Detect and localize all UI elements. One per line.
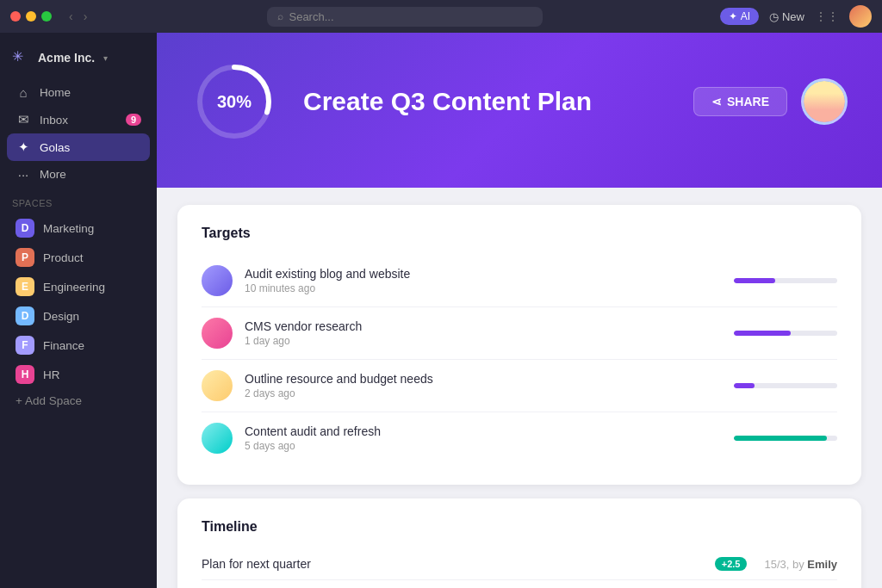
- search-icon: ⌕: [277, 10, 283, 22]
- window-controls: [10, 11, 52, 22]
- nav-arrows: ‹ ›: [65, 8, 90, 25]
- workspace-icon: ✳: [12, 48, 31, 67]
- content-area: 30% Create Q3 Content Plan ⋖ SHARE Targe…: [157, 33, 882, 588]
- target-progress-3: [734, 383, 837, 388]
- workspace-name: Acme Inc.: [38, 51, 95, 65]
- target-name-4: Content audit and refresh: [245, 424, 722, 438]
- share-button[interactable]: ⋖ SHARE: [693, 87, 787, 116]
- timeline-title: Timeline: [202, 519, 837, 535]
- progress-fill-1: [734, 278, 775, 283]
- avatar-face: [804, 81, 845, 122]
- workspace-chevron-icon: ▾: [103, 53, 108, 63]
- timeline-num-1: 15/3: [764, 558, 786, 571]
- design-dot: D: [16, 306, 34, 325]
- spaces-label: Spaces: [0, 188, 157, 214]
- sidebar-item-home[interactable]: ⌂ Home: [7, 79, 150, 106]
- sidebar-item-finance[interactable]: F Finance: [7, 331, 150, 360]
- target-info-1: Audit existing blog and website 10 minut…: [245, 267, 722, 294]
- minimize-button[interactable]: [26, 11, 36, 22]
- user-avatar[interactable]: [849, 5, 872, 28]
- target-avatar-2: [202, 318, 233, 349]
- space-label: Engineering: [43, 281, 105, 294]
- goals-icon: ✦: [16, 139, 31, 155]
- target-time-1: 10 minutes ago: [245, 282, 722, 294]
- marketing-dot: D: [16, 219, 34, 238]
- spaces-nav: D Marketing P Product E Engineering D De…: [0, 214, 157, 389]
- clock-icon: ◷: [769, 10, 779, 23]
- search-placeholder: Search...: [289, 10, 333, 23]
- new-button[interactable]: ◷ New: [769, 10, 804, 23]
- ai-label: AI: [741, 10, 750, 22]
- target-info-2: CMS vendor research 1 day ago: [245, 319, 722, 347]
- sidebar-item-goals[interactable]: ✦ Golas: [7, 133, 150, 161]
- close-button[interactable]: [10, 11, 21, 22]
- timeline-name-1: Plan for next quarter: [202, 557, 708, 571]
- progress-fill-2: [734, 331, 791, 336]
- sidebar-item-engineering[interactable]: E Engineering: [7, 272, 150, 301]
- ai-icon: ✦: [729, 10, 737, 22]
- target-progress-4: [734, 436, 837, 441]
- maximize-button[interactable]: [41, 11, 52, 22]
- add-space-label: + Add Space: [16, 394, 82, 407]
- target-item: Content audit and refresh 5 days ago: [202, 412, 837, 464]
- share-label: SHARE: [727, 95, 769, 108]
- sidebar-item-more[interactable]: ··· More: [7, 161, 150, 188]
- progress-label: 30%: [217, 92, 252, 112]
- titlebar: ‹ › ⌕ Search... ✦ AI ◷ New ⋮⋮: [0, 0, 882, 33]
- target-progress-1: [734, 278, 837, 283]
- space-label: Marketing: [43, 222, 94, 235]
- targets-card: Targets Audit existing blog and website …: [177, 205, 861, 485]
- forward-arrow[interactable]: ›: [80, 8, 91, 25]
- sidebar-item-design[interactable]: D Design: [7, 301, 150, 331]
- hero-title: Create Q3 Content Plan: [303, 87, 668, 116]
- sidebar-item-inbox[interactable]: ✉ Inbox 9: [7, 106, 150, 133]
- workspace-header[interactable]: ✳ Acme Inc. ▾: [0, 43, 157, 79]
- timeline-item-2: Company website refresh +3.0 21/7, by Ma…: [202, 580, 837, 588]
- timeline-badge-1: +2.5: [715, 557, 748, 571]
- target-avatar-3: [202, 370, 233, 401]
- sidebar-nav: ⌂ Home ✉ Inbox 9 ✦ Golas ··· More: [0, 79, 157, 188]
- hero-avatar[interactable]: [801, 78, 848, 125]
- main-layout: ✳ Acme Inc. ▾ ⌂ Home ✉ Inbox 9 ✦ Golas ·…: [0, 33, 882, 588]
- progress-fill-4: [734, 436, 827, 441]
- search-input-wrap[interactable]: ⌕ Search...: [267, 7, 543, 27]
- ai-badge[interactable]: ✦ AI: [720, 8, 759, 25]
- sidebar-item-label: More: [40, 168, 66, 181]
- target-time-4: 5 days ago: [245, 440, 722, 452]
- titlebar-right: ✦ AI ◷ New ⋮⋮: [720, 5, 872, 28]
- space-label: Finance: [43, 339, 84, 352]
- timeline-by-1: Emily: [807, 558, 837, 571]
- timeline-item-1: Plan for next quarter +2.5 15/3, by Emil…: [202, 548, 837, 580]
- target-item: Audit existing blog and website 10 minut…: [202, 255, 837, 307]
- progress-circle: 30%: [191, 59, 277, 145]
- share-icon: ⋖: [711, 95, 722, 108]
- back-arrow[interactable]: ‹: [65, 8, 77, 25]
- target-time-2: 1 day ago: [245, 335, 722, 347]
- sidebar-item-label: Home: [40, 86, 71, 99]
- sidebar-item-product[interactable]: P Product: [7, 243, 150, 272]
- inbox-icon: ✉: [16, 112, 31, 127]
- cards-area: Targets Audit existing blog and website …: [157, 188, 882, 588]
- home-icon: ⌂: [16, 85, 31, 100]
- finance-dot: F: [16, 336, 34, 355]
- new-label: New: [782, 10, 804, 23]
- hero-section: 30% Create Q3 Content Plan ⋖ SHARE: [157, 33, 882, 188]
- sidebar-item-marketing[interactable]: D Marketing: [7, 214, 150, 243]
- sidebar: ✳ Acme Inc. ▾ ⌂ Home ✉ Inbox 9 ✦ Golas ·…: [0, 33, 157, 588]
- target-info-3: Outline resource and budget needs 2 days…: [245, 372, 722, 399]
- target-info-4: Content audit and refresh 5 days ago: [245, 424, 722, 452]
- space-label: HR: [43, 368, 60, 381]
- target-progress-2: [734, 331, 837, 336]
- target-item: Outline resource and budget needs 2 days…: [202, 360, 837, 412]
- sidebar-item-hr[interactable]: H HR: [7, 360, 150, 389]
- add-space-button[interactable]: + Add Space: [7, 389, 150, 412]
- sidebar-item-label: Golas: [40, 141, 70, 154]
- target-avatar-4: [202, 423, 233, 454]
- progress-fill-3: [734, 383, 755, 388]
- inbox-badge: 9: [126, 114, 141, 126]
- sidebar-item-label: Inbox: [40, 114, 68, 127]
- grid-icon[interactable]: ⋮⋮: [815, 9, 839, 23]
- space-label: Design: [43, 310, 79, 323]
- target-item: CMS vendor research 1 day ago: [202, 307, 837, 360]
- hero-actions: ⋖ SHARE: [693, 78, 848, 125]
